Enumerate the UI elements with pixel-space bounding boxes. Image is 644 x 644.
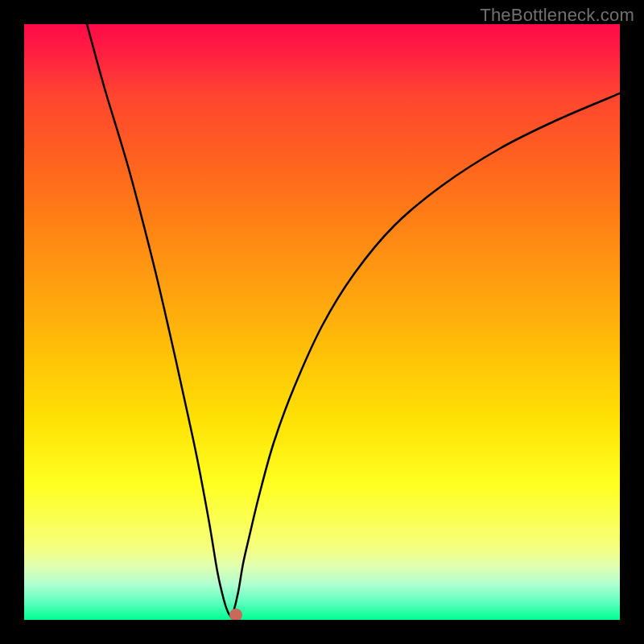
- bottleneck-curve: [87, 24, 620, 617]
- min-marker: [229, 609, 242, 620]
- chart-container: TheBottleneck.com: [0, 0, 644, 644]
- plot-area: [24, 24, 620, 620]
- curve-svg: [24, 24, 620, 620]
- watermark-text: TheBottleneck.com: [480, 5, 634, 26]
